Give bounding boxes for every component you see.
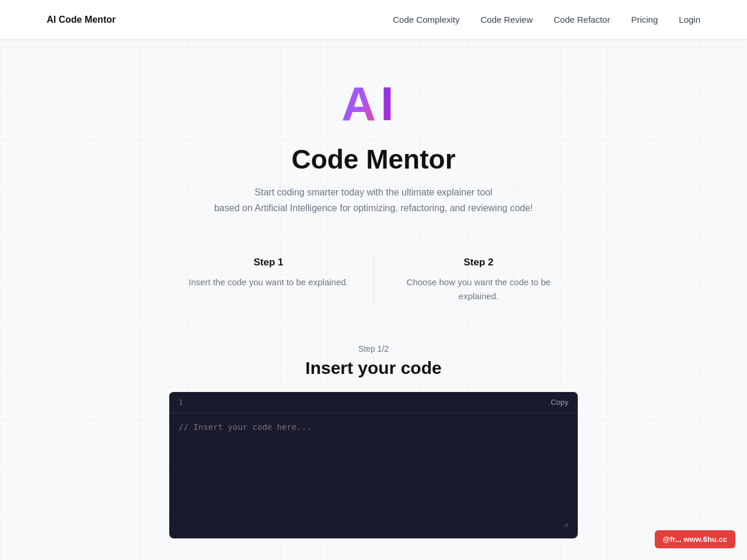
nav-link-code-review[interactable]: Code Review	[481, 15, 533, 24]
code-textarea[interactable]	[179, 422, 568, 527]
hero-title: Code Mentor	[291, 144, 455, 175]
nav-link-login[interactable]: Login	[679, 15, 700, 24]
nav-links: Code Complexity Code Review Code Refacto…	[393, 15, 700, 25]
step-1-title: Step 1	[253, 257, 283, 268]
hero-subtitle-line1: Start coding smarter today with the ulti…	[214, 184, 533, 200]
watermark: @fr... www.6hu.cc	[655, 530, 735, 548]
svg-point-4	[372, 88, 375, 90]
copy-button[interactable]: Copy	[551, 398, 568, 407]
nav-link-pricing[interactable]: Pricing	[631, 15, 658, 24]
steps-container: Step 1 Insert the code you want to be ex…	[163, 257, 584, 303]
svg-point-9	[358, 94, 359, 96]
svg-point-2	[352, 85, 354, 88]
code-section: Step 1/2 Insert your code 1 Copy	[0, 344, 747, 538]
step-1-desc: Insert the code you want to be explained…	[189, 275, 348, 289]
svg-text:I: I	[381, 77, 394, 127]
code-body[interactable]	[169, 413, 578, 538]
hero-subtitle: Start coding smarter today with the ulti…	[214, 184, 533, 216]
svg-point-3	[364, 80, 366, 82]
nav-link-code-refactor[interactable]: Code Refactor	[554, 15, 610, 24]
main-content: A I Code Mentor Start coding smarter tod…	[0, 40, 747, 538]
step-2-title: Step 2	[463, 257, 493, 268]
nav-link-code-complexity[interactable]: Code Complexity	[393, 15, 459, 24]
code-section-title: Insert your code	[305, 358, 441, 378]
svg-point-10	[379, 100, 381, 102]
step-indicator: Step 1/2	[358, 344, 389, 354]
hero-subtitle-line2: based on Artificial Intelligence for opt…	[214, 200, 533, 216]
nav-logo[interactable]: AI Code Mentor	[47, 15, 116, 25]
step-2: Step 2 Choose how you want the code to b…	[374, 257, 584, 303]
svg-point-6	[393, 91, 395, 93]
svg-point-8	[402, 85, 404, 88]
line-number: 1	[179, 398, 183, 407]
svg-point-7	[347, 97, 348, 99]
code-editor-header: 1 Copy	[169, 392, 578, 413]
navbar: AI Code Mentor Code Complexity Code Revi…	[0, 0, 747, 40]
ai-logo: A I	[338, 75, 409, 127]
svg-text:A: A	[341, 77, 376, 127]
svg-point-5	[385, 83, 386, 85]
step-2-desc: Choose how you want the code to be expla…	[397, 275, 560, 303]
code-editor: 1 Copy	[169, 392, 578, 538]
step-1: Step 1 Insert the code you want to be ex…	[163, 257, 374, 303]
